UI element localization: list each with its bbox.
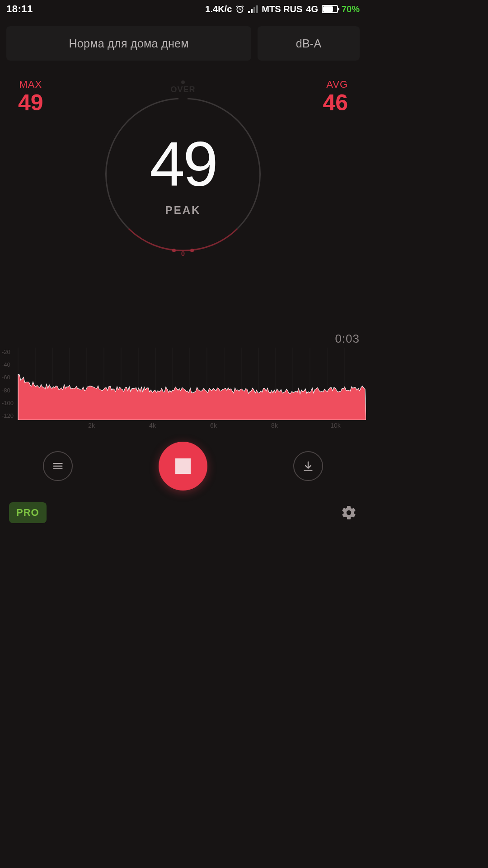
top-buttons: Норма для дома днем dB-A	[0, 18, 366, 61]
dial-value: 49	[150, 132, 216, 196]
status-right: 1.4K/c MTS RUS 4G 70%	[205, 4, 360, 14]
dial-top-dot-icon	[181, 80, 185, 84]
stat-max: MAX 49	[18, 79, 43, 114]
menu-button[interactable]	[43, 451, 73, 481]
elapsed-time: 0:03	[0, 332, 366, 348]
mode-select-button[interactable]: Норма для дома днем	[6, 26, 251, 61]
settings-button[interactable]	[341, 505, 357, 521]
status-net: 4G	[306, 4, 318, 14]
stat-max-label: MAX	[18, 79, 43, 90]
stat-max-value: 49	[18, 91, 43, 114]
dial-sub-label: PEAK	[165, 204, 201, 217]
dial-zero-label: 0	[181, 250, 185, 257]
menu-icon	[52, 460, 64, 472]
download-icon	[302, 460, 314, 472]
status-bar: 18:11 1.4K/c MTS RUS 4G 70%	[0, 0, 366, 18]
battery-icon	[322, 5, 338, 13]
spectrum-section: 0:03 -20 -40 -60 -80 -100 -120 . 2k 4k 6…	[0, 323, 366, 429]
status-battery-pct: 70%	[342, 4, 360, 14]
stat-avg-label: AVG	[323, 79, 348, 90]
spectrum-chart: -20 -40 -60 -80 -100 -120	[0, 348, 366, 420]
stop-icon	[175, 458, 191, 474]
meter-area: MAX 49 AVG 46 OVER 49 PEAK 0	[0, 61, 366, 323]
y-axis-ticks: -20 -40 -60 -80 -100 -120	[2, 348, 14, 420]
stat-avg: AVG 46	[323, 79, 348, 114]
stat-avg-value: 46	[323, 91, 348, 114]
x-axis-ticks: . 2k 4k 6k 8k 10k	[0, 420, 366, 429]
signal-icon	[248, 5, 258, 13]
controls-row	[0, 429, 366, 496]
spectrum-svg	[0, 348, 366, 420]
alarm-icon	[235, 5, 244, 14]
status-speed: 1.4K/c	[205, 4, 232, 14]
status-time: 18:11	[6, 3, 33, 15]
dial-center: 49 PEAK	[102, 93, 264, 256]
stop-button[interactable]	[159, 442, 207, 491]
status-carrier: MTS RUS	[262, 4, 302, 14]
weighting-select-button[interactable]: dB-A	[258, 26, 360, 61]
save-button[interactable]	[293, 451, 323, 481]
footer: PRO	[0, 496, 366, 530]
pro-badge-button[interactable]: PRO	[9, 502, 47, 523]
dial: OVER 49 PEAK 0	[102, 93, 264, 256]
